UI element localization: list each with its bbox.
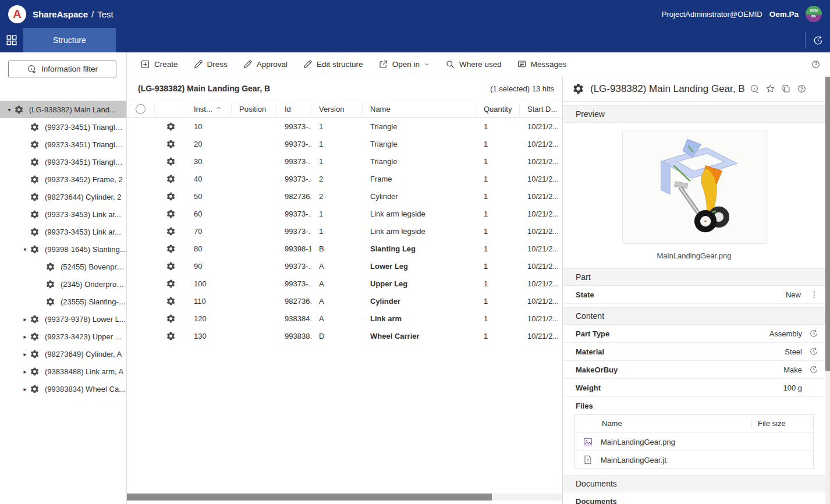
user-name: Oem.Pa bbox=[769, 10, 799, 19]
table-row[interactable]: 6099373-...1Link arm legside110/21/2... bbox=[127, 205, 562, 222]
user-avatar[interactable]: OEM PA bbox=[806, 6, 822, 22]
tree-item[interactable]: (99373-3451) Triangle, 1 bbox=[0, 136, 126, 153]
part-gear-icon bbox=[572, 83, 584, 95]
table-row[interactable]: 110982736...ACylinder110/21/2... bbox=[127, 292, 562, 310]
column-position[interactable]: Position bbox=[232, 104, 277, 115]
tree-collapsed-icon[interactable]: ▸ bbox=[20, 316, 30, 322]
column-name[interactable]: Name bbox=[363, 104, 476, 115]
section-preview[interactable]: Preview bbox=[563, 105, 825, 123]
toolbar-open-in-button[interactable]: Open in bbox=[372, 56, 437, 73]
row-version: 2 bbox=[311, 192, 363, 201]
help-button[interactable] bbox=[808, 57, 823, 72]
table-row[interactable]: 120938384...ALink arm110/21/2... bbox=[127, 310, 562, 327]
tree-item[interactable]: (99373-3453) Link ar... bbox=[0, 223, 126, 240]
panel-help-button[interactable] bbox=[797, 84, 807, 94]
section-content[interactable]: Content bbox=[563, 307, 825, 325]
section-documents[interactable]: Documents bbox=[563, 475, 825, 492]
row-version: 1 bbox=[311, 140, 363, 148]
tree-item[interactable]: ▾(99398-1645) Slanting... bbox=[0, 240, 126, 258]
tree-collapsed-icon[interactable]: ▸ bbox=[20, 333, 30, 340]
panel-favorite-button[interactable] bbox=[765, 84, 775, 94]
toolbar-approval-button[interactable]: Approval bbox=[236, 56, 294, 73]
part-gear-icon bbox=[166, 191, 176, 201]
table-row[interactable]: 50982736...2Cylinder110/21/2... bbox=[127, 187, 562, 205]
table-row[interactable]: 2099373-...1Triangle110/21/2... bbox=[127, 135, 562, 152]
tree-item[interactable]: (2345) Onderprop-... bbox=[0, 275, 126, 293]
tree-item[interactable]: ▸(99373-9378) Lower L... bbox=[0, 310, 126, 328]
horizontal-scrollbar[interactable] bbox=[127, 494, 562, 501]
part-gear-icon bbox=[166, 209, 176, 219]
tree-item[interactable]: (23555) Slanting-le... bbox=[0, 293, 126, 310]
state-menu-button[interactable]: ⋮ bbox=[810, 290, 818, 299]
field-history-button[interactable] bbox=[809, 347, 818, 356]
row-name: Lower Leg bbox=[363, 262, 476, 271]
tree-collapsed-icon[interactable]: ▸ bbox=[20, 386, 30, 392]
files-column-size[interactable]: File size bbox=[752, 418, 813, 429]
column-id[interactable]: Id bbox=[277, 104, 311, 115]
tree-item[interactable]: (99373-3451) Triangle, 1 bbox=[0, 153, 126, 171]
preview-image-frame[interactable] bbox=[622, 130, 767, 244]
tree-item[interactable]: ▾(LG-938382) Main Land... bbox=[0, 101, 126, 118]
tree-item[interactable]: ▸(98273649) Cylinder, A bbox=[0, 345, 126, 363]
tree-collapsed-icon[interactable]: ▸ bbox=[20, 368, 30, 375]
column-quantity[interactable]: Quantity bbox=[476, 104, 520, 115]
horizontal-scrollbar-thumb[interactable] bbox=[127, 494, 492, 501]
file-row[interactable]: MainLandingGear.png bbox=[575, 432, 813, 450]
tree-item[interactable]: (98273644) Cylinder, 2 bbox=[0, 188, 126, 205]
row-start-date: 10/21/2... bbox=[520, 227, 562, 236]
table-row[interactable]: 4099373-...2Frame110/21/2... bbox=[127, 170, 562, 187]
sort-ascending-icon bbox=[215, 105, 222, 111]
tree-item[interactable]: ▸(93838488) Link arm, A bbox=[0, 363, 126, 380]
toolbar-dress-button[interactable]: Dress bbox=[187, 56, 234, 73]
file-row[interactable]: MainLandingGear.jt bbox=[575, 450, 813, 468]
section-part[interactable]: Part bbox=[563, 268, 825, 286]
tree-item[interactable]: (99373-3453) Link ar... bbox=[0, 205, 126, 223]
tree-item[interactable]: (99373-3452) Frame, 2 bbox=[0, 171, 126, 188]
panel-copy-button[interactable] bbox=[781, 84, 791, 94]
panel-info-button[interactable] bbox=[750, 84, 760, 94]
information-filter-button[interactable]: Information filter bbox=[8, 61, 116, 77]
toolbar-create-button[interactable]: Create bbox=[134, 56, 185, 73]
row-quantity: 1 bbox=[476, 192, 520, 201]
tree-item[interactable]: (52455) Bovenprop... bbox=[0, 258, 126, 275]
toolbar-messages-button[interactable]: Messages bbox=[510, 56, 573, 73]
toolbar-where-used-button[interactable]: Where used bbox=[439, 56, 508, 73]
tree-expanded-icon[interactable]: ▾ bbox=[20, 246, 30, 253]
tree-item[interactable]: ▸(99383834) Wheel Ca... bbox=[0, 380, 126, 397]
tree-item[interactable]: (99373-3451) Triangle, 1 bbox=[0, 118, 126, 136]
table-row[interactable]: 7099373-...1Link arm legside110/21/2... bbox=[127, 222, 562, 240]
row-gear-cell bbox=[155, 296, 186, 306]
table-row[interactable]: 130993838...DWheel Carrier110/21/2... bbox=[127, 327, 562, 345]
apps-grid-button[interactable] bbox=[0, 28, 23, 52]
row-name: Cylinder bbox=[363, 297, 476, 306]
select-all-radio[interactable] bbox=[136, 104, 146, 114]
table-row[interactable]: 8099398-1...BSlanting Leg110/21/2... bbox=[127, 240, 562, 257]
part-gear-icon bbox=[166, 314, 176, 324]
tab-structure[interactable]: Structure bbox=[23, 28, 116, 52]
tree-collapsed-icon[interactable]: ▸ bbox=[20, 351, 30, 357]
tree-expanded-icon[interactable]: ▾ bbox=[5, 107, 14, 113]
table-row[interactable]: 1099373-...1Triangle110/21/2... bbox=[127, 118, 562, 135]
message-icon bbox=[517, 59, 527, 69]
part-gear-icon bbox=[30, 314, 40, 324]
column-version[interactable]: Version bbox=[311, 104, 363, 115]
vertical-scrollbar[interactable] bbox=[825, 76, 830, 504]
column-instance[interactable]: Inst... bbox=[186, 104, 232, 115]
tree-item-label: (98273644) Cylinder, 2 bbox=[45, 193, 122, 201]
field-history-button[interactable] bbox=[809, 329, 818, 338]
table-row[interactable]: 3099373-...1Triangle110/21/2... bbox=[127, 152, 562, 170]
part-gear-icon bbox=[30, 122, 40, 132]
row-gear-cell bbox=[155, 314, 186, 324]
tree-item[interactable]: ▸(99373-3423) Upper ... bbox=[0, 328, 126, 345]
history-button[interactable] bbox=[806, 28, 830, 52]
field-history-button[interactable] bbox=[809, 365, 818, 374]
toolbar-edit-structure-button[interactable]: Edit structure bbox=[296, 56, 370, 73]
column-start-date[interactable]: Start D... bbox=[520, 104, 562, 115]
tree-item-label: (99373-9378) Lower L... bbox=[45, 315, 126, 324]
row-gear-cell bbox=[155, 191, 186, 201]
table-row[interactable]: 9099373-...ALower Leg110/21/2... bbox=[127, 257, 562, 275]
vertical-scrollbar-thumb[interactable] bbox=[825, 77, 830, 371]
row-version: 2 bbox=[311, 175, 363, 183]
table-row[interactable]: 10099373-...AUpper Leg110/21/2... bbox=[127, 275, 562, 292]
files-column-name[interactable]: Name bbox=[601, 418, 752, 429]
